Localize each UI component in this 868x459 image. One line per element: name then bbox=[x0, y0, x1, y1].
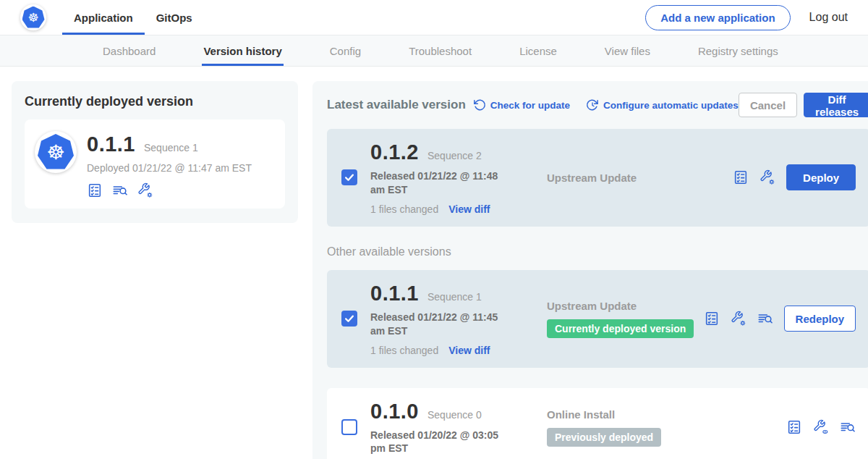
version-sequence: Sequence 1 bbox=[427, 291, 482, 303]
tab-application[interactable]: Application bbox=[62, 0, 145, 35]
preflight-checks-icon[interactable] bbox=[87, 182, 103, 198]
version-number: 0.1.0 bbox=[370, 400, 419, 424]
clock-refresh-icon bbox=[586, 98, 599, 111]
released-timestamp: Released 01/21/22 @ 11:48 am EST bbox=[370, 169, 514, 197]
add-new-application-button[interactable]: Add a new application bbox=[645, 5, 790, 30]
version-row-0-1-0: 0.1.0 Sequence 0 Released 01/20/22 @ 03:… bbox=[327, 388, 868, 459]
version-checkbox[interactable] bbox=[341, 169, 357, 185]
redeploy-button[interactable]: Redeploy bbox=[784, 306, 856, 332]
previously-deployed-badge: Previously deployed bbox=[547, 428, 661, 447]
refresh-icon bbox=[473, 98, 486, 111]
deployed-version-number: 0.1.1 bbox=[87, 132, 135, 156]
logout-link[interactable]: Log out bbox=[809, 11, 848, 24]
files-changed: 1 files changed bbox=[370, 203, 438, 215]
cancel-button[interactable]: Cancel bbox=[739, 93, 797, 117]
app-icon: ☸ bbox=[35, 131, 77, 173]
configure-automatic-updates-link[interactable]: Configure automatic updates bbox=[586, 98, 739, 111]
kubernetes-logo: ☸ bbox=[20, 4, 46, 30]
subnav-troubleshoot[interactable]: Troubleshoot bbox=[407, 35, 473, 66]
top-navbar: ☸ Application GitOps Add a new applicati… bbox=[0, 0, 868, 35]
edit-config-icon[interactable] bbox=[731, 311, 746, 327]
deployed-sequence: Sequence 1 bbox=[144, 142, 198, 153]
tab-gitops[interactable]: GitOps bbox=[145, 0, 204, 35]
version-source: Online Install bbox=[547, 408, 786, 421]
other-available-versions-title: Other available versions bbox=[327, 245, 868, 258]
preflight-checks-icon[interactable] bbox=[704, 311, 720, 327]
view-diff-link[interactable]: View diff bbox=[448, 345, 490, 356]
version-row-0-1-2: 0.1.2 Sequence 2 Released 01/21/22 @ 11:… bbox=[327, 129, 868, 227]
check-icon bbox=[343, 169, 356, 185]
files-changed: 1 files changed bbox=[370, 345, 438, 356]
edit-config-icon[interactable] bbox=[760, 169, 775, 185]
subnav-version-history[interactable]: Version history bbox=[202, 35, 283, 66]
released-timestamp: Released 01/20/22 @ 03:05 pm EST bbox=[370, 429, 514, 456]
version-checkbox[interactable] bbox=[341, 419, 357, 435]
check-for-update-link[interactable]: Check for update bbox=[473, 98, 570, 111]
deploy-logs-icon[interactable] bbox=[112, 182, 128, 198]
currently-deployed-title: Currently deployed version bbox=[25, 94, 285, 109]
version-source: Upstream Update bbox=[547, 172, 733, 184]
currently-deployed-card: ☸ 0.1.1 Sequence 1 Deployed 01/21/22 @ 1… bbox=[25, 119, 285, 209]
kubernetes-wheel-icon: ☸ bbox=[38, 134, 74, 170]
currently-deployed-badge: Currently deployed version bbox=[547, 319, 694, 338]
version-number: 0.1.2 bbox=[370, 140, 419, 164]
check-icon bbox=[343, 311, 356, 327]
deploy-logs-icon[interactable] bbox=[840, 419, 856, 435]
edit-config-icon[interactable] bbox=[137, 182, 153, 198]
subnav-config[interactable]: Config bbox=[328, 35, 362, 66]
kubernetes-wheel-icon: ☸ bbox=[22, 7, 45, 29]
version-source: Upstream Update bbox=[547, 300, 704, 312]
app-subnav: Dashboard Version history Config Trouble… bbox=[0, 35, 868, 67]
subnav-dashboard[interactable]: Dashboard bbox=[101, 35, 157, 66]
subnav-view-files[interactable]: View files bbox=[603, 35, 652, 66]
version-sequence: Sequence 2 bbox=[427, 150, 482, 161]
view-diff-link[interactable]: View diff bbox=[448, 203, 490, 215]
subnav-license[interactable]: License bbox=[518, 35, 558, 66]
latest-available-title: Latest available version bbox=[327, 98, 466, 112]
version-row-0-1-1: 0.1.1 Sequence 1 Released 01/21/22 @ 11:… bbox=[327, 270, 868, 368]
deploy-logs-icon[interactable] bbox=[757, 311, 773, 327]
subnav-registry-settings[interactable]: Registry settings bbox=[697, 35, 780, 66]
diff-releases-button[interactable]: Diff releases bbox=[804, 93, 868, 117]
version-history-panel: Latest available version Check for updat… bbox=[312, 81, 868, 459]
deploy-button[interactable]: Deploy bbox=[786, 164, 856, 190]
currently-deployed-panel: Currently deployed version ☸ 0.1.1 Seque… bbox=[12, 81, 298, 223]
version-number: 0.1.1 bbox=[370, 282, 419, 306]
app-tabs: Application GitOps bbox=[62, 0, 204, 35]
version-checkbox[interactable] bbox=[341, 311, 357, 327]
preflight-checks-icon[interactable] bbox=[786, 419, 802, 435]
deployed-timestamp: Deployed 01/21/22 @ 11:47 am EST bbox=[87, 162, 252, 174]
released-timestamp: Released 01/21/22 @ 11:45 am EST bbox=[370, 311, 514, 338]
main-content: Currently deployed version ☸ 0.1.1 Seque… bbox=[0, 67, 868, 459]
version-sequence: Sequence 0 bbox=[427, 409, 482, 421]
view-config-icon[interactable] bbox=[813, 419, 829, 435]
preflight-checks-icon[interactable] bbox=[733, 169, 749, 185]
